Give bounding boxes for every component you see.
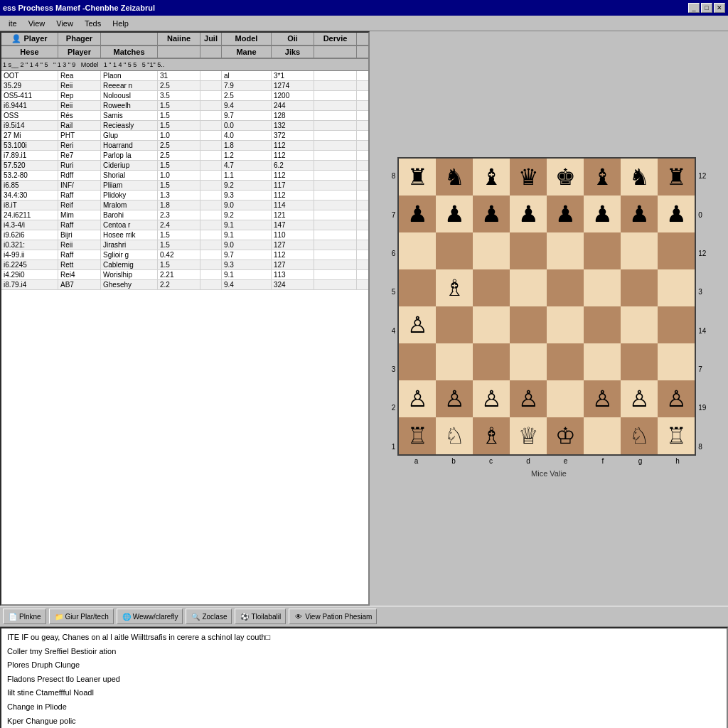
table-row[interactable]: 35.29ReiiReeear n2.57.91274: [1, 81, 368, 91]
chess-cell[interactable]: ♞: [621, 159, 658, 196]
chess-cell[interactable]: [658, 232, 695, 269]
chess-cell[interactable]: ♛: [510, 159, 547, 196]
chess-cell[interactable]: ♖: [658, 417, 695, 454]
table-row[interactable]: OSSRésSamis1.59.7128: [1, 111, 368, 121]
chess-cell[interactable]: [547, 269, 584, 306]
table-row[interactable]: i9.5i14RailRecieasly1.50.0132: [1, 121, 368, 131]
chess-cell[interactable]: [436, 306, 473, 343]
chess-cell[interactable]: [510, 269, 547, 306]
chess-cell[interactable]: ♚: [547, 159, 584, 196]
table-row[interactable]: OOTReaPlaon31al3*1: [1, 71, 368, 81]
table-row[interactable]: 53.2-80RdffShorial1.01.1112: [1, 171, 368, 181]
table-row[interactable]: i4.3-4/iRaffCentoa r2.49.1147: [1, 220, 368, 230]
chess-cell[interactable]: ♙: [621, 380, 658, 417]
chess-cell[interactable]: ♞: [436, 159, 473, 196]
table-row[interactable]: i6.9441ReiiRoweelh1.59.4244: [1, 101, 368, 111]
chess-cell[interactable]: ♙: [473, 380, 510, 417]
chess-cell[interactable]: ♟: [584, 196, 621, 232]
table-row[interactable]: 57.520RuriCideriup1.54.76.2: [1, 161, 368, 171]
table-row[interactable]: 53.100iReriHoarrand2.51.8112: [1, 141, 368, 151]
chess-cell[interactable]: ♟: [399, 196, 436, 232]
chess-cell[interactable]: [658, 343, 695, 380]
chess-cell[interactable]: ♕: [510, 417, 547, 454]
chess-cell[interactable]: ♘: [621, 417, 658, 454]
chess-cell[interactable]: ♔: [547, 417, 584, 454]
chess-cell[interactable]: [658, 269, 695, 306]
chess-cell[interactable]: [473, 232, 510, 269]
table-row[interactable]: i9.62i6BijriHosee rrik1.59.1110: [1, 230, 368, 240]
chess-cell[interactable]: ♜: [658, 159, 695, 196]
chess-cell[interactable]: [658, 306, 695, 343]
chess-cell[interactable]: [547, 380, 584, 417]
minimize-button[interactable]: _: [688, 3, 700, 13]
chess-cell[interactable]: ♗: [436, 269, 473, 306]
menu-item-ite[interactable]: ite: [3, 18, 23, 29]
chess-cell[interactable]: ♙: [436, 380, 473, 417]
chess-cell[interactable]: ♟: [436, 196, 473, 232]
menu-item-teds[interactable]: Teds: [79, 18, 107, 29]
chess-cell[interactable]: ♟: [547, 196, 584, 232]
bottom-toolbar-button[interactable]: 📄Plnkne: [3, 609, 46, 624]
chess-cell[interactable]: [621, 232, 658, 269]
table-row[interactable]: i7.89.i1Re7Parlop la2.51.2112: [1, 151, 368, 161]
chess-cell[interactable]: ♟: [510, 196, 547, 232]
chess-cell[interactable]: [584, 306, 621, 343]
table-row[interactable]: 27 MiPHTGlup1.04.0372: [1, 131, 368, 141]
table-row[interactable]: 34.4:30RaffPlidoky1.39.3112: [1, 191, 368, 200]
chess-cell[interactable]: ♖: [399, 417, 436, 454]
table-row[interactable]: OS5-411RepNoloousl3.52.51200: [1, 91, 368, 101]
table-row[interactable]: i4-99.iiRaffSglioir g0.429.7112: [1, 250, 368, 260]
chess-cell[interactable]: [473, 269, 510, 306]
chess-cell[interactable]: [547, 343, 584, 380]
table-row[interactable]: i8.79.i4AB7Ghesehy2.29.4324: [1, 280, 368, 290]
chess-cell[interactable]: [510, 232, 547, 269]
bottom-toolbar-button[interactable]: 📁Giur Plar/tech: [49, 609, 114, 624]
chess-cell[interactable]: [584, 417, 621, 454]
bottom-toolbar-button[interactable]: 👁View Pation Phesiam: [289, 609, 377, 624]
chess-cell[interactable]: [399, 343, 436, 380]
chess-cell[interactable]: ♘: [436, 417, 473, 454]
chess-cell[interactable]: [621, 343, 658, 380]
menu-item-view1[interactable]: View: [23, 18, 51, 29]
chess-cell[interactable]: [621, 269, 658, 306]
chess-cell[interactable]: [584, 232, 621, 269]
chess-cell[interactable]: ♝: [473, 159, 510, 196]
chess-cell[interactable]: ♙: [584, 380, 621, 417]
close-button[interactable]: ✕: [714, 3, 725, 13]
chess-cell[interactable]: ♙: [510, 380, 547, 417]
chess-cell[interactable]: ♙: [399, 306, 436, 343]
chess-cell[interactable]: [399, 269, 436, 306]
table-row[interactable]: 24.i6211MimBarohi2.39.2121: [1, 210, 368, 220]
chess-cell[interactable]: [473, 343, 510, 380]
chess-cell[interactable]: [584, 343, 621, 380]
chess-cell[interactable]: [547, 306, 584, 343]
chess-cell[interactable]: ♟: [621, 196, 658, 232]
chess-cell[interactable]: ♟: [473, 196, 510, 232]
table-body[interactable]: OOTReaPlaon31al3*135.29ReiiReeear n2.57.…: [1, 71, 368, 604]
chess-cell[interactable]: [436, 343, 473, 380]
chess-cell[interactable]: [510, 306, 547, 343]
chess-cell[interactable]: [584, 269, 621, 306]
chess-cell[interactable]: [436, 232, 473, 269]
chess-cell[interactable]: ♙: [399, 380, 436, 417]
maximize-button[interactable]: □: [701, 3, 712, 13]
chess-cell[interactable]: [547, 232, 584, 269]
chess-cell[interactable]: [399, 232, 436, 269]
chess-cell[interactable]: ♜: [399, 159, 436, 196]
chess-cell[interactable]: ♙: [658, 380, 695, 417]
chess-cell[interactable]: [510, 343, 547, 380]
chess-cell[interactable]: [473, 306, 510, 343]
chess-cell[interactable]: ♝: [584, 159, 621, 196]
chess-cell[interactable]: ♟: [658, 196, 695, 232]
bottom-toolbar-button[interactable]: 🌐Weww/clarefly: [117, 609, 183, 624]
chess-cell[interactable]: ♗: [473, 417, 510, 454]
menu-item-help[interactable]: Help: [107, 18, 134, 29]
table-row[interactable]: i6.2245RettCablernig1.59.3127: [1, 260, 368, 270]
table-row[interactable]: i8.iTReifMralom1.89.0114: [1, 200, 368, 210]
bottom-toolbar-button[interactable]: ⚽Tloilabalil: [235, 609, 286, 624]
menu-item-view2[interactable]: View: [50, 18, 79, 29]
table-row[interactable]: i4.29i0Rei4Worislhip2.219.1113: [1, 270, 368, 280]
bottom-toolbar-button[interactable]: 🔍Zoclase: [186, 609, 232, 624]
table-row[interactable]: i6.85INF/Pliiam1.59.2117: [1, 181, 368, 191]
chess-cell[interactable]: [621, 306, 658, 343]
